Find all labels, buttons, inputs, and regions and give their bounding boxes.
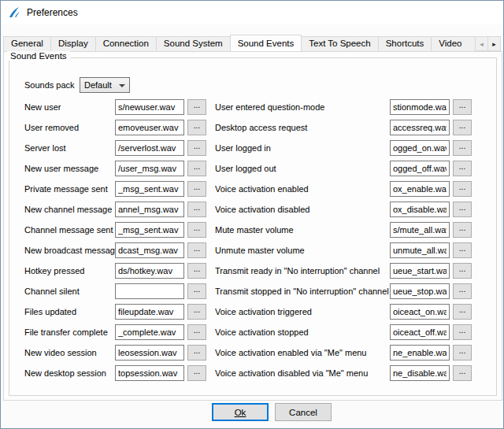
- ok-button[interactable]: Ok: [212, 403, 269, 421]
- tab-sound-events[interactable]: Sound Events: [230, 35, 302, 51]
- browse-button[interactable]: ...: [453, 181, 472, 197]
- sound-event-row: New user message...: [24, 158, 206, 179]
- sound-event-row: Voice activation stopped...: [215, 322, 472, 342]
- browse-button[interactable]: ...: [453, 242, 472, 258]
- titlebar[interactable]: Preferences: [1, 1, 503, 24]
- sound-file-input[interactable]: [390, 324, 450, 340]
- browse-button[interactable]: ...: [453, 120, 472, 135]
- sound-file-input[interactable]: [115, 263, 184, 279]
- sound-file-input[interactable]: [390, 263, 450, 279]
- sound-event-row: User removed...: [24, 117, 206, 138]
- sound-file-input[interactable]: [390, 120, 450, 135]
- sound-event-row: Server lost...: [24, 138, 206, 158]
- sound-file-input[interactable]: [115, 120, 184, 135]
- sound-event-label: User logged out: [215, 164, 390, 173]
- sound-event-row: Voice activation disabled via "Me" menu.…: [215, 363, 472, 383]
- browse-button[interactable]: ...: [453, 365, 472, 381]
- sound-file-input[interactable]: [390, 99, 450, 115]
- browse-button[interactable]: ...: [453, 304, 472, 320]
- sound-event-row: Files updated...: [24, 301, 206, 322]
- sound-file-input[interactable]: [115, 222, 184, 238]
- sound-file-input[interactable]: [115, 324, 184, 340]
- sound-event-row: Unmute master volume...: [215, 240, 472, 261]
- sound-event-label: Files updated: [24, 307, 115, 316]
- sound-event-row: Voice activation enabled via "Me" menu..…: [215, 342, 472, 363]
- browse-button[interactable]: ...: [187, 120, 206, 135]
- chevron-left-icon: ◂: [480, 40, 484, 48]
- sound-file-input[interactable]: [115, 365, 184, 381]
- sound-event-label: Voice activation enabled via "Me" menu: [215, 348, 390, 357]
- browse-button[interactable]: ...: [187, 304, 206, 320]
- sound-file-input[interactable]: [115, 242, 184, 258]
- tab-connection[interactable]: Connection: [95, 36, 157, 51]
- tab-scroller: ◂ ▸: [475, 36, 501, 51]
- browse-button[interactable]: ...: [453, 283, 472, 299]
- sounds-pack-label: Sounds pack: [24, 80, 80, 90]
- window-title: Preferences: [27, 7, 78, 18]
- sound-file-input[interactable]: [390, 140, 450, 156]
- tab-text-to-speech[interactable]: Text To Speech: [301, 36, 378, 51]
- tab-display[interactable]: Display: [50, 36, 96, 51]
- sound-event-row: Voice activation triggered...: [215, 301, 472, 322]
- sound-file-input[interactable]: [115, 345, 184, 361]
- browse-button[interactable]: ...: [453, 99, 472, 115]
- tab-scroll-right-button[interactable]: ▸: [487, 36, 501, 51]
- sound-event-label: Hotkey pressed: [24, 266, 115, 276]
- browse-button[interactable]: ...: [187, 140, 206, 156]
- browse-button[interactable]: ...: [187, 283, 206, 299]
- browse-button[interactable]: ...: [453, 263, 472, 279]
- browse-button[interactable]: ...: [187, 345, 206, 361]
- sound-file-input[interactable]: [390, 222, 450, 238]
- sound-event-label: Voice activation enabled: [215, 184, 390, 194]
- sound-file-input[interactable]: [390, 304, 450, 320]
- sound-file-input[interactable]: [390, 202, 450, 217]
- tab-general[interactable]: General: [3, 36, 51, 51]
- sound-file-input[interactable]: [115, 283, 184, 299]
- tab-scroll-left-button[interactable]: ◂: [475, 36, 488, 51]
- tab-sound-system[interactable]: Sound System: [156, 36, 231, 51]
- sound-event-label: File transfer complete: [24, 327, 115, 337]
- sound-file-input[interactable]: [115, 140, 184, 156]
- browse-button[interactable]: ...: [453, 222, 472, 238]
- browse-button[interactable]: ...: [187, 365, 206, 381]
- browse-button[interactable]: ...: [187, 242, 206, 258]
- sound-event-row: Private message sent...: [24, 179, 206, 199]
- browse-button[interactable]: ...: [453, 140, 472, 156]
- sound-file-input[interactable]: [390, 365, 450, 381]
- chevron-right-icon: ▸: [492, 40, 496, 48]
- browse-button[interactable]: ...: [187, 202, 206, 217]
- browse-button[interactable]: ...: [453, 161, 472, 176]
- sound-event-row: Voice activation enabled...: [215, 179, 472, 199]
- sound-file-input[interactable]: [390, 283, 450, 299]
- sound-file-input[interactable]: [390, 242, 450, 258]
- sound-event-label: Unmute master volume: [215, 246, 390, 255]
- tab-shortcuts[interactable]: Shortcuts: [378, 36, 432, 51]
- browse-button[interactable]: ...: [453, 202, 472, 217]
- browse-button[interactable]: ...: [187, 263, 206, 279]
- sound-file-input[interactable]: [115, 181, 184, 197]
- sounds-pack-select[interactable]: Default: [80, 77, 130, 93]
- sound-event-label: Channel message sent: [24, 225, 115, 235]
- browse-button[interactable]: ...: [187, 161, 206, 176]
- browse-button[interactable]: ...: [187, 181, 206, 197]
- cancel-button[interactable]: Cancel: [275, 403, 332, 421]
- sound-event-row: Channel message sent...: [24, 220, 206, 240]
- tab-video[interactable]: Video: [431, 36, 476, 51]
- browse-button[interactable]: ...: [187, 324, 206, 340]
- sound-file-input[interactable]: [390, 345, 450, 361]
- sound-file-input[interactable]: [115, 161, 184, 176]
- browse-button[interactable]: ...: [187, 222, 206, 238]
- sound-file-input[interactable]: [115, 202, 184, 217]
- sound-events-column-left: New user...User removed...Server lost...…: [24, 97, 206, 383]
- sound-file-input[interactable]: [115, 304, 184, 320]
- sound-event-label: User removed: [24, 123, 115, 132]
- sound-event-label: Mute master volume: [215, 225, 390, 235]
- browse-button[interactable]: ...: [453, 345, 472, 361]
- browse-button[interactable]: ...: [453, 324, 472, 340]
- sound-event-label: Voice activation triggered: [215, 307, 390, 316]
- sound-file-input[interactable]: [390, 181, 450, 197]
- sound-file-input[interactable]: [115, 99, 184, 115]
- sound-event-row: Channel silent...: [24, 281, 206, 301]
- browse-button[interactable]: ...: [187, 99, 206, 115]
- sound-file-input[interactable]: [390, 161, 450, 176]
